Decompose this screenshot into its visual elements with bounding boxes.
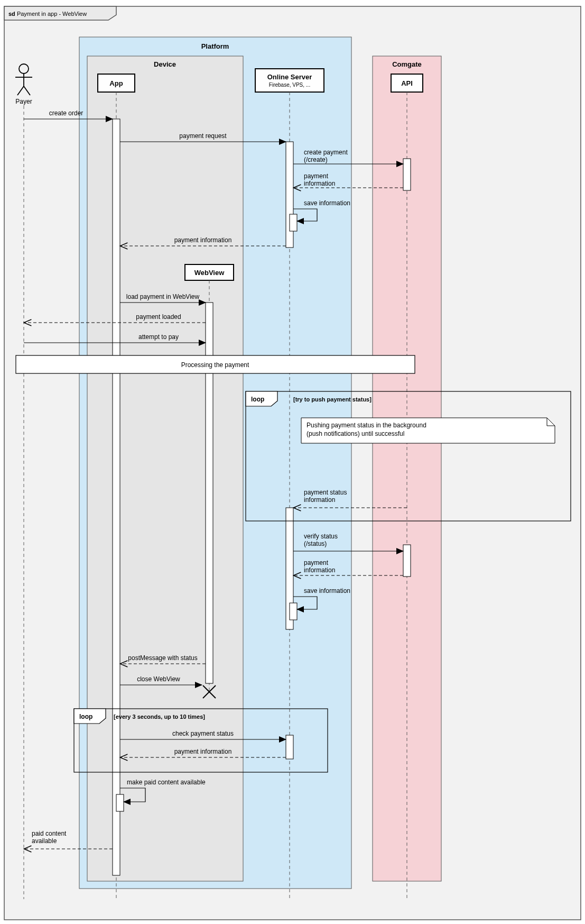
api-activation-2 [403,545,411,577]
payer-label: Payer [15,98,32,105]
loop1-guard: [try to push payment status] [293,396,372,402]
api-label: API [401,79,413,87]
sequence-diagram-svg: sd Payment in app - WebView Platform Dev… [0,0,585,924]
make-paid-content-label: make paid content available [127,779,206,786]
sd-title: Payment in app - WebView [17,11,87,17]
payment-loaded-label: payment loaded [136,313,181,321]
api-activation-1 [403,159,411,190]
save-info-1-label: save information [304,199,350,207]
server-activation-1 [286,142,293,248]
payment-request-label: payment request [179,132,227,140]
svg-text:sd Payment in app - WebView: sd Payment in app - WebView [8,11,87,17]
payment-info-2-label: payment information [174,236,232,244]
loop1-label: loop [251,396,264,403]
server-subtitle: Firebase, VPS, ... [269,82,310,88]
server-title: Online Server [267,73,312,81]
app-label: App [109,79,123,87]
attempt-to-pay-label: attempt to pay [138,333,179,341]
save-info-2-label: save information [304,587,350,594]
loop2-guard: [every 3 seconds, up to 10 times] [114,713,205,720]
load-payment-label: load payment in WebView [126,293,200,300]
close-webview-label: close WebView [137,675,180,683]
device-label: Device [154,60,176,68]
webview-label: WebView [194,269,225,277]
app-activation-self [116,794,124,811]
comgate-label: Comgate [392,60,422,68]
loop2-label: loop [79,713,92,720]
create-order-label: create order [49,109,83,117]
post-message-label: postMessage with status [128,654,197,662]
server-activation-self2 [290,603,297,620]
app-activation [113,119,120,875]
server-activation-3 [286,735,293,759]
platform-label: Platform [201,42,229,50]
check-payment-status-label: check payment status [172,730,234,737]
sd-label: sd [8,11,15,17]
processing-ref-label: Processing the payment [181,361,249,369]
payment-info-4-label: payment information [174,748,232,755]
server-activation-self1 [290,214,297,231]
